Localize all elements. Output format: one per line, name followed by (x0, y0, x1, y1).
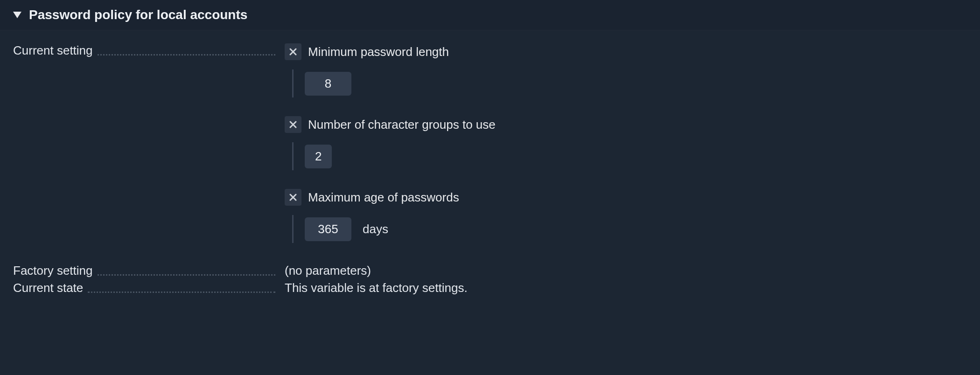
dotted-leader (98, 274, 275, 276)
vertical-divider (292, 215, 294, 243)
close-icon (289, 120, 297, 129)
param-body: 2 (292, 142, 980, 170)
remove-param-button[interactable] (285, 116, 301, 133)
close-icon (289, 193, 297, 201)
remove-param-button[interactable] (285, 189, 301, 206)
current-setting-label: Current setting (13, 43, 98, 58)
dotted-leader (98, 54, 275, 56)
svg-marker-0 (13, 12, 21, 18)
collapse-toggle-icon[interactable] (13, 12, 21, 18)
section-body: Current setting Minimum password length … (0, 30, 980, 295)
param-char-groups: Number of character groups to use 2 (285, 116, 980, 170)
param-min-length: Minimum password length 8 (285, 43, 980, 97)
current-setting-value: Minimum password length 8 Number of char… (285, 43, 980, 243)
current-state-row: Current state This variable is at factor… (0, 281, 980, 295)
param-max-age: Maximum age of passwords 365 days (285, 189, 980, 243)
param-body: 8 (292, 69, 980, 97)
param-header: Minimum password length (285, 43, 980, 60)
param-body: 365 days (292, 215, 980, 243)
current-state-value: This variable is at factory settings. (285, 281, 980, 295)
current-state-label: Current state (13, 281, 88, 295)
char-groups-input[interactable]: 2 (305, 145, 332, 168)
factory-setting-row: Factory setting (no parameters) (0, 264, 980, 278)
section-title: Password policy for local accounts (29, 7, 247, 22)
param-header: Number of character groups to use (285, 116, 980, 133)
vertical-divider (292, 69, 294, 97)
row-label-wrap: Factory setting (0, 264, 285, 278)
current-setting-row: Current setting Minimum password length … (0, 43, 980, 243)
param-label: Maximum age of passwords (308, 190, 459, 205)
factory-setting-label: Factory setting (13, 264, 98, 278)
section-header[interactable]: Password policy for local accounts (0, 0, 980, 30)
max-age-input[interactable]: 365 (305, 217, 351, 241)
vertical-divider (292, 142, 294, 170)
param-header: Maximum age of passwords (285, 189, 980, 206)
param-label: Number of character groups to use (308, 118, 496, 132)
min-length-input[interactable]: 8 (305, 72, 351, 96)
row-label-wrap: Current state (0, 281, 285, 295)
remove-param-button[interactable] (285, 43, 301, 60)
row-label-wrap: Current setting (0, 43, 285, 58)
close-icon (289, 48, 297, 56)
param-label: Minimum password length (308, 45, 449, 59)
dotted-leader (88, 292, 275, 293)
max-age-unit: days (363, 222, 388, 236)
factory-setting-value: (no parameters) (285, 264, 980, 278)
